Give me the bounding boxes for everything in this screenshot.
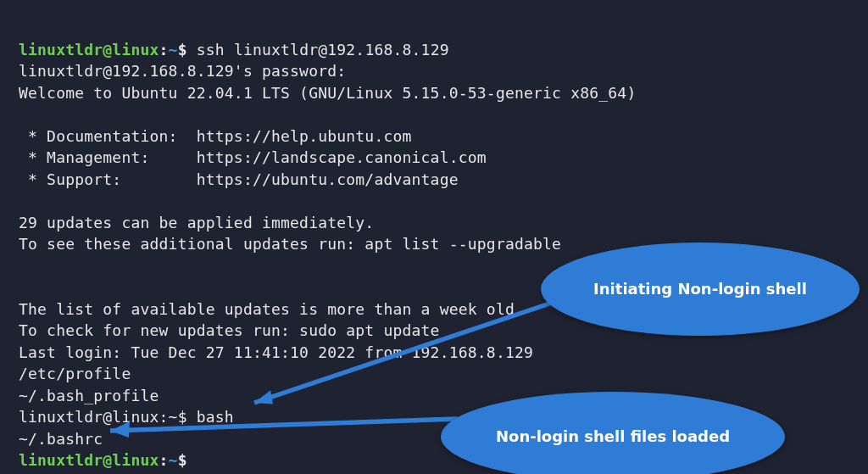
output-line: ~/.bash_profile: [19, 387, 159, 404]
prompt-sep: :: [159, 451, 169, 469]
prompt-dollar: $: [178, 451, 187, 469]
prompt-sep: :: [159, 408, 169, 426]
output-line: /etc/profile: [19, 365, 131, 382]
output-line: Last login: Tue Dec 27 11:41:10 2022 fro…: [19, 343, 533, 361]
command-ssh: ssh linuxtldr@192.168.8.129: [197, 41, 449, 59]
callout-nonlogin-files-loaded: Non-login shell files loaded: [441, 392, 785, 474]
prompt-line-1[interactable]: linuxtldr@linux:~$ ssh linuxtldr@192.168…: [19, 41, 449, 59]
output-line: * Support: https://ubuntu.com/advantage: [19, 170, 459, 188]
prompt-dollar: $: [178, 408, 197, 426]
output-line: To check for new updates run: sudo apt u…: [19, 321, 440, 339]
prompt-line-3[interactable]: linuxtldr@linux:~$: [19, 451, 187, 469]
prompt-user-host: linuxtldr@linux: [19, 41, 159, 59]
output-line: The list of available updates is more th…: [19, 300, 524, 318]
output-line: To see these additional updates run: apt…: [19, 235, 561, 253]
output-line: 29 updates can be applied immediately.: [19, 214, 374, 231]
output-line: * Management: https://landscape.canonica…: [19, 148, 487, 166]
prompt-user-host-plain: linuxtldr@linux: [19, 408, 159, 426]
prompt-dollar: $: [178, 41, 197, 59]
prompt-sep: :: [159, 41, 169, 59]
callout-text: Non-login shell files loaded: [496, 426, 730, 448]
output-line: ~/.bashrc: [19, 430, 103, 448]
prompt-path: ~: [169, 451, 178, 469]
output-line: Welcome to Ubuntu 22.04.1 LTS (GNU/Linux…: [19, 84, 636, 102]
prompt-path: ~: [169, 41, 178, 59]
output-line: linuxtldr@192.168.8.129's password:: [19, 62, 346, 80]
prompt-line-2[interactable]: linuxtldr@linux:~$ bash: [19, 408, 234, 426]
prompt-path-plain: ~: [169, 408, 178, 426]
callout-text: Initiating Non-login shell: [593, 278, 807, 300]
prompt-user-host: linuxtldr@linux: [19, 451, 159, 469]
terminal-output: linuxtldr@linux:~$ ssh linuxtldr@192.168…: [0, 0, 868, 474]
output-line: * Documentation: https://help.ubuntu.com: [19, 127, 412, 145]
command-bash: bash: [197, 408, 234, 426]
callout-initiating-nonlogin-shell: Initiating Non-login shell: [541, 243, 860, 336]
